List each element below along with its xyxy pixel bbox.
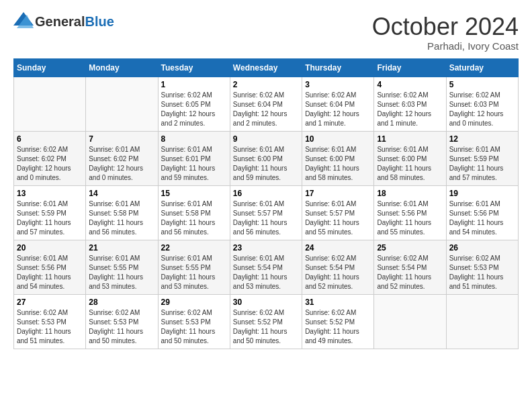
day-number: 8: [161, 134, 227, 144]
day-number: 29: [161, 298, 227, 307]
calendar-cell: 17Sunrise: 6:01 AM Sunset: 5:57 PM Dayli…: [302, 185, 374, 240]
day-number: 7: [89, 134, 154, 144]
calendar-cell: 20Sunrise: 6:01 AM Sunset: 5:56 PM Dayli…: [14, 240, 86, 294]
calendar-cell: 25Sunrise: 6:02 AM Sunset: 5:54 PM Dayli…: [374, 240, 446, 294]
day-number: 12: [449, 134, 515, 144]
day-info: Sunrise: 6:02 AM Sunset: 5:52 PM Dayligh…: [305, 308, 371, 346]
day-info: Sunrise: 6:01 AM Sunset: 5:56 PM Dayligh…: [377, 199, 443, 237]
weekday-header: Tuesday: [158, 58, 230, 77]
day-info: Sunrise: 6:01 AM Sunset: 5:54 PM Dayligh…: [233, 254, 299, 291]
day-info: Sunrise: 6:02 AM Sunset: 6:02 PM Dayligh…: [17, 145, 83, 183]
calendar-cell: [14, 77, 86, 131]
calendar-cell: 8Sunrise: 6:01 AM Sunset: 6:01 PM Daylig…: [158, 131, 230, 185]
day-info: Sunrise: 6:01 AM Sunset: 5:59 PM Dayligh…: [449, 145, 515, 183]
calendar-cell: 7Sunrise: 6:01 AM Sunset: 6:02 PM Daylig…: [86, 131, 158, 185]
weekday-header: Sunday: [14, 58, 86, 77]
day-info: Sunrise: 6:01 AM Sunset: 6:00 PM Dayligh…: [233, 145, 299, 183]
calendar-cell: 27Sunrise: 6:02 AM Sunset: 5:53 PM Dayli…: [14, 294, 86, 349]
calendar-cell: 4Sunrise: 6:02 AM Sunset: 6:03 PM Daylig…: [374, 77, 446, 131]
day-number: 21: [89, 243, 154, 253]
day-number: 4: [377, 80, 443, 89]
weekday-header: Thursday: [302, 58, 374, 77]
calendar-cell: 26Sunrise: 6:02 AM Sunset: 5:53 PM Dayli…: [446, 240, 518, 294]
day-info: Sunrise: 6:02 AM Sunset: 6:04 PM Dayligh…: [305, 91, 371, 128]
day-number: 30: [233, 298, 299, 307]
calendar-cell: 22Sunrise: 6:01 AM Sunset: 5:55 PM Dayli…: [158, 240, 230, 294]
location-subtitle: Parhadi, Ivory Coast: [372, 40, 519, 52]
calendar-cell: 29Sunrise: 6:02 AM Sunset: 5:53 PM Dayli…: [158, 294, 230, 349]
calendar-cell: 23Sunrise: 6:01 AM Sunset: 5:54 PM Dayli…: [230, 240, 302, 294]
calendar-cell: 10Sunrise: 6:01 AM Sunset: 6:00 PM Dayli…: [302, 131, 374, 185]
logo: GeneralBlue: [13, 13, 114, 30]
calendar-cell: 18Sunrise: 6:01 AM Sunset: 5:56 PM Dayli…: [374, 185, 446, 240]
day-info: Sunrise: 6:01 AM Sunset: 5:57 PM Dayligh…: [233, 199, 299, 237]
day-number: 26: [449, 243, 515, 253]
day-info: Sunrise: 6:01 AM Sunset: 5:58 PM Dayligh…: [161, 199, 227, 237]
calendar-week-row: 6Sunrise: 6:02 AM Sunset: 6:02 PM Daylig…: [14, 131, 519, 185]
day-number: 16: [233, 189, 299, 198]
day-number: 2: [233, 80, 299, 89]
weekday-header: Friday: [374, 58, 446, 77]
day-info: Sunrise: 6:02 AM Sunset: 6:03 PM Dayligh…: [449, 91, 515, 128]
day-info: Sunrise: 6:02 AM Sunset: 5:53 PM Dayligh…: [89, 308, 154, 346]
day-info: Sunrise: 6:01 AM Sunset: 5:59 PM Dayligh…: [17, 199, 83, 237]
calendar-cell: 21Sunrise: 6:01 AM Sunset: 5:55 PM Dayli…: [86, 240, 158, 294]
calendar-cell: 2Sunrise: 6:02 AM Sunset: 6:04 PM Daylig…: [230, 77, 302, 131]
day-info: Sunrise: 6:01 AM Sunset: 5:58 PM Dayligh…: [89, 199, 154, 237]
day-number: 27: [17, 298, 83, 307]
calendar-cell: 30Sunrise: 6:02 AM Sunset: 5:52 PM Dayli…: [230, 294, 302, 349]
day-number: 20: [17, 243, 83, 253]
day-info: Sunrise: 6:01 AM Sunset: 5:57 PM Dayligh…: [305, 199, 371, 237]
day-info: Sunrise: 6:01 AM Sunset: 5:55 PM Dayligh…: [89, 254, 154, 291]
calendar-week-row: 20Sunrise: 6:01 AM Sunset: 5:56 PM Dayli…: [14, 240, 519, 294]
day-number: 10: [305, 134, 371, 144]
calendar-cell: 13Sunrise: 6:01 AM Sunset: 5:59 PM Dayli…: [14, 185, 86, 240]
calendar-cell: [86, 77, 158, 131]
calendar-cell: 28Sunrise: 6:02 AM Sunset: 5:53 PM Dayli…: [86, 294, 158, 349]
calendar-table: SundayMondayTuesdayWednesdayThursdayFrid…: [13, 58, 519, 349]
day-info: Sunrise: 6:01 AM Sunset: 5:56 PM Dayligh…: [17, 254, 83, 291]
calendar-cell: 5Sunrise: 6:02 AM Sunset: 6:03 PM Daylig…: [446, 77, 518, 131]
day-number: 28: [89, 298, 154, 307]
calendar-cell: 15Sunrise: 6:01 AM Sunset: 5:58 PM Dayli…: [158, 185, 230, 240]
calendar-cell: 9Sunrise: 6:01 AM Sunset: 6:00 PM Daylig…: [230, 131, 302, 185]
day-number: 15: [161, 189, 227, 198]
day-number: 13: [17, 189, 83, 198]
day-number: 3: [305, 80, 371, 89]
month-title: October 2024: [372, 13, 519, 40]
calendar-cell: 31Sunrise: 6:02 AM Sunset: 5:52 PM Dayli…: [302, 294, 374, 349]
day-info: Sunrise: 6:01 AM Sunset: 6:00 PM Dayligh…: [305, 145, 371, 183]
logo-text: GeneralBlue: [35, 14, 114, 30]
calendar-cell: 16Sunrise: 6:01 AM Sunset: 5:57 PM Dayli…: [230, 185, 302, 240]
calendar-week-row: 13Sunrise: 6:01 AM Sunset: 5:59 PM Dayli…: [14, 185, 519, 240]
day-info: Sunrise: 6:02 AM Sunset: 6:05 PM Dayligh…: [161, 91, 227, 128]
calendar-cell: 12Sunrise: 6:01 AM Sunset: 5:59 PM Dayli…: [446, 131, 518, 185]
day-number: 22: [161, 243, 227, 253]
calendar-week-row: 1Sunrise: 6:02 AM Sunset: 6:05 PM Daylig…: [14, 77, 519, 131]
day-number: 25: [377, 243, 443, 253]
day-number: 18: [377, 189, 443, 198]
day-info: Sunrise: 6:02 AM Sunset: 6:04 PM Dayligh…: [233, 91, 299, 128]
logo-icon: [13, 12, 34, 28]
weekday-header: Monday: [86, 58, 158, 77]
day-info: Sunrise: 6:02 AM Sunset: 5:54 PM Dayligh…: [377, 254, 443, 291]
day-number: 14: [89, 189, 154, 198]
day-info: Sunrise: 6:01 AM Sunset: 6:01 PM Dayligh…: [161, 145, 227, 183]
day-number: 23: [233, 243, 299, 253]
day-info: Sunrise: 6:02 AM Sunset: 5:53 PM Dayligh…: [161, 308, 227, 346]
page-header: GeneralBlue October 2024 Parhadi, Ivory …: [13, 13, 519, 52]
day-info: Sunrise: 6:01 AM Sunset: 6:00 PM Dayligh…: [377, 145, 443, 183]
calendar-cell: 19Sunrise: 6:01 AM Sunset: 5:56 PM Dayli…: [446, 185, 518, 240]
calendar-cell: 24Sunrise: 6:02 AM Sunset: 5:54 PM Dayli…: [302, 240, 374, 294]
day-number: 6: [17, 134, 83, 144]
day-number: 19: [449, 189, 515, 198]
weekday-header: Wednesday: [230, 58, 302, 77]
calendar-cell: 11Sunrise: 6:01 AM Sunset: 6:00 PM Dayli…: [374, 131, 446, 185]
calendar-cell: 1Sunrise: 6:02 AM Sunset: 6:05 PM Daylig…: [158, 77, 230, 131]
day-info: Sunrise: 6:01 AM Sunset: 5:56 PM Dayligh…: [449, 199, 515, 237]
weekday-header-row: SundayMondayTuesdayWednesdayThursdayFrid…: [14, 58, 519, 77]
day-number: 11: [377, 134, 443, 144]
day-number: 24: [305, 243, 371, 253]
day-info: Sunrise: 6:01 AM Sunset: 5:55 PM Dayligh…: [161, 254, 227, 291]
calendar-cell: 14Sunrise: 6:01 AM Sunset: 5:58 PM Dayli…: [86, 185, 158, 240]
